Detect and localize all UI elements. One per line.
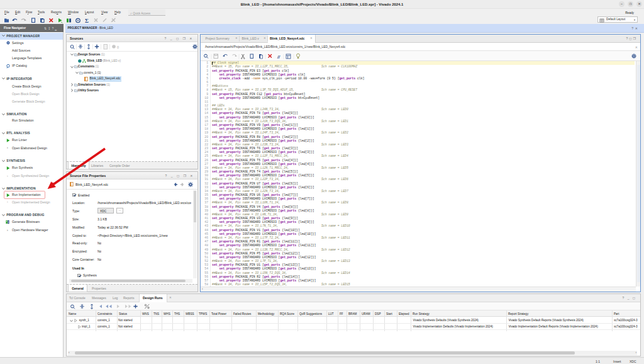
svg-text://: // bbox=[277, 55, 280, 59]
